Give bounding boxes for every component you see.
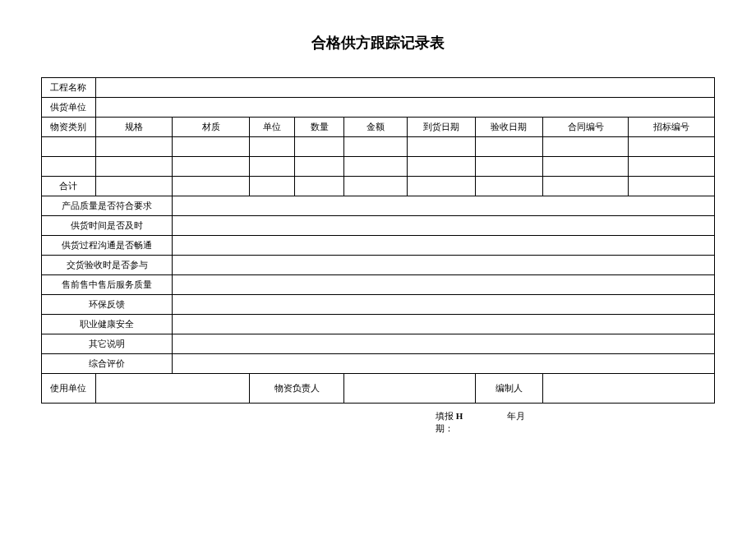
table-cell — [475, 157, 542, 177]
table-cell — [294, 137, 343, 157]
fill-label-2: 期： — [436, 422, 454, 435]
table-cell — [344, 157, 408, 177]
bid-no-label: 招标编号 — [629, 118, 715, 137]
table-cell — [543, 137, 629, 157]
table-cell — [543, 157, 629, 177]
table-cell — [95, 177, 172, 196]
main-table: 工程名称 供货单位 物资类别 规格 材质 单位 数量 金额 到货日期 验收日期 … — [41, 77, 715, 404]
preparer-value — [543, 374, 715, 404]
accept-date-label: 验收日期 — [475, 118, 542, 137]
table-cell — [294, 177, 343, 196]
fill-date-line: 填报 H 年月 期： — [41, 410, 715, 435]
fill-ym: 年月 — [483, 410, 549, 422]
table-cell — [95, 157, 172, 177]
q9-label: 综合评价 — [42, 354, 173, 374]
table-cell — [173, 177, 249, 196]
q5-value — [173, 275, 715, 295]
arrival-date-label: 到货日期 — [408, 118, 475, 137]
table-cell — [408, 177, 475, 196]
unit-label: 单位 — [249, 118, 294, 137]
table-cell — [95, 137, 172, 157]
material-person-label: 物资负责人 — [249, 374, 343, 404]
q3-label: 供货过程沟通是否畅通 — [42, 236, 173, 256]
project-name-label: 工程名称 — [42, 78, 96, 98]
q3-value — [173, 236, 715, 256]
fill-h: H — [456, 411, 481, 421]
q1-value — [173, 196, 715, 216]
category-label: 物资类别 — [42, 118, 96, 137]
supplier-value — [95, 98, 714, 118]
q8-label: 其它说明 — [42, 334, 173, 354]
material-label: 材质 — [173, 118, 249, 137]
table-cell — [249, 157, 294, 177]
table-cell — [344, 137, 408, 157]
q7-value — [173, 315, 715, 334]
table-cell — [249, 137, 294, 157]
table-cell — [42, 157, 96, 177]
supplier-label: 供货单位 — [42, 98, 96, 118]
table-cell — [173, 157, 249, 177]
q2-label: 供货时间是否及时 — [42, 216, 173, 236]
q5-label: 售前售中售后服务质量 — [42, 275, 173, 295]
contract-no-label: 合同编号 — [543, 118, 629, 137]
table-cell — [344, 177, 408, 196]
q6-value — [173, 295, 715, 315]
table-cell — [249, 177, 294, 196]
q7-label: 职业健康安全 — [42, 315, 173, 334]
q6-label: 环保反馈 — [42, 295, 173, 315]
material-person-value — [344, 374, 475, 404]
total-label: 合计 — [42, 177, 96, 196]
q4-value — [173, 256, 715, 275]
q8-value — [173, 334, 715, 354]
table-cell — [629, 157, 715, 177]
table-cell — [294, 157, 343, 177]
table-cell — [408, 157, 475, 177]
q2-value — [173, 216, 715, 236]
use-unit-value — [95, 374, 249, 404]
table-cell — [629, 177, 715, 196]
use-unit-label: 使用单位 — [42, 374, 96, 404]
table-cell — [408, 137, 475, 157]
q4-label: 交货验收时是否参与 — [42, 256, 173, 275]
qty-label: 数量 — [294, 118, 343, 137]
table-cell — [475, 177, 542, 196]
q9-value — [173, 354, 715, 374]
table-cell — [475, 137, 542, 157]
q1-label: 产品质量是否符合要求 — [42, 196, 173, 216]
fill-label-1: 填报 — [436, 410, 454, 422]
table-cell — [629, 137, 715, 157]
project-name-value — [95, 78, 714, 98]
spec-label: 规格 — [95, 118, 172, 137]
form-title: 合格供方跟踪记录表 — [41, 33, 715, 53]
amount-label: 金额 — [344, 118, 408, 137]
table-cell — [173, 137, 249, 157]
preparer-label: 编制人 — [475, 374, 542, 404]
table-cell — [543, 177, 629, 196]
table-cell — [42, 137, 96, 157]
